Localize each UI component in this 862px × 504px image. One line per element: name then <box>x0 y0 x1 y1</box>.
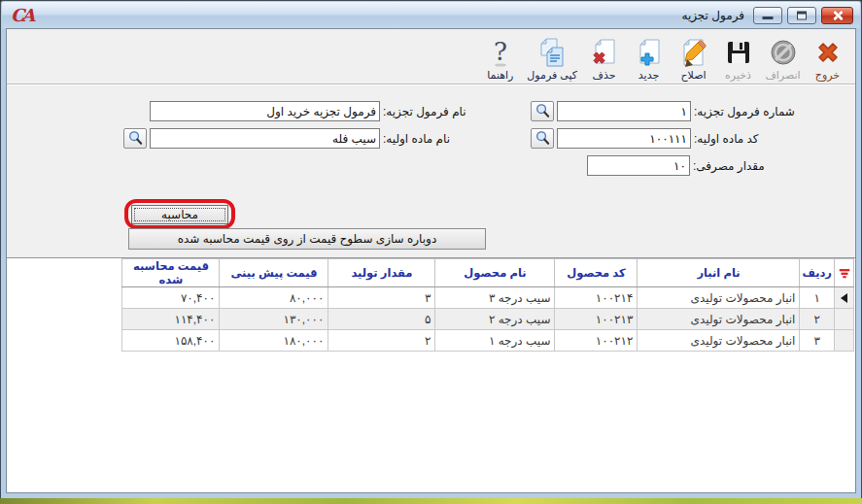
material-code-field: کد ماده اولیه: <box>531 128 761 149</box>
formula-name-field: نام فرمول تجزیه: <box>150 101 468 121</box>
cell-product-code[interactable]: ۱۰۰۲۱۴ <box>555 287 638 309</box>
delete-button[interactable]: حذف <box>582 36 626 83</box>
toolbar: خروج انصراف ذخیره <box>7 29 855 84</box>
cell-calculated-price[interactable]: ۱۵۸,۴۰۰ <box>122 330 220 352</box>
cell-quantity[interactable]: ۳ <box>328 287 435 309</box>
svg-text:?: ? <box>494 37 507 66</box>
delete-icon <box>589 37 620 68</box>
material-code-label: کد ماده اولیه: <box>694 132 761 146</box>
save-icon <box>723 37 754 68</box>
help-button[interactable]: ? راهنما <box>478 36 522 83</box>
cell-product-code[interactable]: ۱۰۰۲۱۲ <box>555 330 638 352</box>
cell-warehouse[interactable]: انبار محصولات تولیدی <box>638 330 800 352</box>
calculate-button[interactable]: محاسبه <box>131 205 228 224</box>
formula-name-input[interactable] <box>150 101 380 121</box>
material-code-input[interactable] <box>557 128 691 149</box>
row-indicator-cell[interactable] <box>835 309 854 330</box>
cell-predicted-price[interactable]: ۸۰,۰۰۰ <box>220 287 328 309</box>
cell-quantity[interactable]: ۵ <box>328 309 435 330</box>
row-indicator-cell[interactable] <box>835 330 854 352</box>
new-icon <box>634 37 665 68</box>
maximize-button[interactable] <box>787 7 816 24</box>
delete-label: حذف <box>593 69 616 82</box>
search-icon <box>534 130 551 147</box>
cell-calculated-price[interactable]: ۷۰,۴۰۰ <box>122 287 220 309</box>
save-button[interactable]: ذخیره <box>716 36 760 83</box>
cancel-label: انصراف <box>765 69 800 82</box>
grid-corner-cell[interactable] <box>835 259 854 287</box>
cell-product-code[interactable]: ۱۰۰۲۱۳ <box>555 309 638 330</box>
material-name-field: نام ماده اولیه: <box>123 128 452 149</box>
help-label: راهنما <box>487 69 513 82</box>
current-row-marker-icon <box>841 293 847 303</box>
cell-warehouse[interactable]: انبار محصولات تولیدی <box>638 309 800 330</box>
material-name-search-button[interactable] <box>123 128 147 149</box>
close-icon <box>832 10 844 21</box>
results-grid-panel: ردیف نام انبار کد محصول نام محصول مقدار … <box>7 257 855 492</box>
titlebar: فرمول تجزیه CA <box>2 2 860 28</box>
column-header-quantity[interactable]: مقدار تولید <box>328 259 435 287</box>
formula-number-search-button[interactable] <box>531 101 554 121</box>
cell-calculated-price[interactable]: ۱۱۴,۴۰۰ <box>122 309 220 330</box>
table-row[interactable]: ۱ انبار محصولات تولیدی ۱۰۰۲۱۴ سیب درجه ۳… <box>122 287 854 309</box>
consumption-field: مقدار مصرفی: <box>587 155 767 176</box>
material-code-search-button[interactable] <box>531 128 554 149</box>
cell-row-no[interactable]: ۱ <box>800 287 835 309</box>
formula-name-label: نام فرمول تجزیه: <box>383 105 468 118</box>
edit-icon <box>678 37 709 68</box>
client-area: خروج انصراف ذخیره <box>6 28 856 493</box>
table-row[interactable]: ۳ انبار محصولات تولیدی ۱۰۰۲۱۲ سیب درجه ۱… <box>122 330 854 352</box>
search-icon <box>127 130 144 147</box>
form-area: شماره فرمول تجزیه: نام فرمول تجزیه: کد م… <box>7 84 855 257</box>
column-header-calculated-price[interactable]: قیمت محاسبه شده <box>122 259 220 287</box>
column-header-warehouse[interactable]: نام انبار <box>638 259 800 287</box>
cell-product-name[interactable]: سیب درجه ۳ <box>435 287 555 309</box>
close-button[interactable] <box>821 7 853 24</box>
maximize-icon <box>797 11 807 19</box>
cell-product-name[interactable]: سیب درجه ۱ <box>435 330 555 352</box>
cell-row-no[interactable]: ۳ <box>800 330 835 352</box>
formula-number-input[interactable] <box>557 101 691 121</box>
consumption-label: مقدار مصرفی: <box>693 159 767 173</box>
table-row[interactable]: ۲ انبار محصولات تولیدی ۱۰۰۲۱۳ سیب درجه ۲… <box>122 309 854 330</box>
search-icon <box>534 103 551 119</box>
copy-formula-button[interactable]: کپی فرمول <box>523 36 581 83</box>
exit-icon <box>812 37 844 68</box>
header-row: ردیف نام انبار کد محصول نام محصول مقدار … <box>122 259 854 287</box>
formula-number-label: شماره فرمول تجزیه: <box>694 105 797 118</box>
column-header-predicted-price[interactable]: قیمت پیش بینی <box>220 259 328 287</box>
column-header-product-name[interactable]: نام محصول <box>435 259 555 287</box>
save-label: ذخیره <box>725 69 751 82</box>
row-indicator-cell[interactable] <box>835 287 854 309</box>
cell-warehouse[interactable]: انبار محصولات تولیدی <box>638 287 800 309</box>
exit-button[interactable]: خروج <box>806 36 849 83</box>
copy-formula-icon <box>536 37 568 68</box>
exit-label: خروج <box>815 69 840 82</box>
cell-row-no[interactable]: ۲ <box>800 309 835 330</box>
rebuild-prices-button[interactable]: دوباره سازی سطوح قیمت از روی قیمت محاسبه… <box>128 228 486 250</box>
new-label: جدید <box>638 69 659 82</box>
filter-icon <box>838 266 851 280</box>
cell-product-name[interactable]: سیب درجه ۲ <box>435 309 555 330</box>
help-icon: ? <box>485 37 516 68</box>
copy-formula-label: کپی فرمول <box>527 69 577 82</box>
material-name-input[interactable] <box>150 128 380 149</box>
column-header-row-no[interactable]: ردیف <box>800 259 835 287</box>
window-title: فرمول تجزیه <box>681 9 744 22</box>
edit-label: اصلاح <box>680 69 706 82</box>
cell-predicted-price[interactable]: ۱۳۰,۰۰۰ <box>220 309 328 330</box>
results-table: ردیف نام انبار کد محصول نام محصول مقدار … <box>121 258 854 352</box>
consumption-input[interactable] <box>587 155 690 176</box>
cell-predicted-price[interactable]: ۱۸۰,۰۰۰ <box>220 330 328 352</box>
material-name-label: نام ماده اولیه: <box>383 132 452 146</box>
cell-quantity[interactable]: ۲ <box>328 330 435 352</box>
new-button[interactable]: جدید <box>627 36 671 83</box>
cancel-button[interactable]: انصراف <box>761 36 805 83</box>
app-window: فرمول تجزیه CA خروج انصراف <box>0 0 862 499</box>
column-header-product-code[interactable]: کد محصول <box>555 259 638 287</box>
edit-button[interactable]: اصلاح <box>672 36 715 83</box>
desktop-background <box>0 498 862 504</box>
app-logo: CA <box>11 5 32 25</box>
minimize-button[interactable] <box>753 7 782 24</box>
cancel-icon <box>768 37 799 68</box>
